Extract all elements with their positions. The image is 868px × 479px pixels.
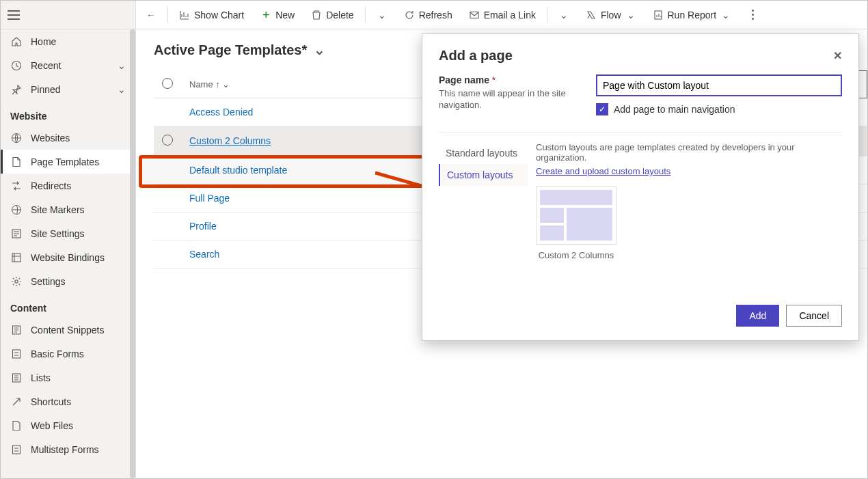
circle-icon <box>162 135 173 146</box>
add-nav-checkbox[interactable]: ✓ <box>596 103 608 115</box>
flow-button[interactable]: Flow ⌄ <box>579 1 643 29</box>
flyout-title-row: Add a page ✕ <box>439 48 842 64</box>
more-vertical-icon <box>752 10 755 20</box>
delete-split[interactable]: ⌄ <box>370 1 394 29</box>
home-icon <box>10 36 23 47</box>
chevron-down-icon: ⌄ <box>118 84 126 95</box>
mail-icon <box>469 10 480 20</box>
sidebar-item-website-bindings[interactable]: Website Bindings <box>1 245 135 269</box>
run-report-button[interactable]: Run Report ⌄ <box>646 1 739 29</box>
select-all[interactable] <box>154 71 181 98</box>
svg-rect-7 <box>13 350 21 358</box>
tab-standard-layouts[interactable]: Standard layouts <box>439 142 528 164</box>
chevron-down-icon: ⌄ <box>314 42 325 58</box>
sidebar-item-site-settings[interactable]: Site Settings <box>1 221 135 245</box>
sidebar-scroll: Home Recent ⌄ Pinned ⌄ Website Websites … <box>1 29 135 478</box>
col-label: Name <box>189 79 213 90</box>
sidebar-item-page-templates[interactable]: Page Templates <box>1 150 135 174</box>
new-button[interactable]: + New <box>254 1 301 29</box>
svg-rect-11 <box>655 11 662 19</box>
circle-icon <box>162 78 173 89</box>
cmd-label: Delete <box>326 10 353 20</box>
sidebar-label: Website Bindings <box>31 252 105 263</box>
sidebar-item-redirects[interactable]: Redirects <box>1 174 135 197</box>
flyout-title: Add a page <box>439 48 513 64</box>
layout-caption: Custom 2 Columns <box>536 250 616 261</box>
sidebar-label: Web Files <box>31 420 73 431</box>
chevron-down-icon: ⌄ <box>118 60 126 71</box>
pin-icon <box>10 84 23 95</box>
back-button[interactable]: ← <box>139 1 163 29</box>
sidebar-item-basic-forms[interactable]: Basic Forms <box>1 342 135 366</box>
sidebar-item-web-files[interactable]: Web Files <box>1 413 135 437</box>
globe-icon <box>10 133 23 143</box>
page-name-input[interactable] <box>596 74 842 96</box>
sidebar-label: Shortcuts <box>31 396 71 407</box>
more-commands[interactable] <box>745 1 761 29</box>
cmd-label: Refresh <box>419 10 452 20</box>
sidebar-label: Content Snippets <box>31 325 104 336</box>
sidebar-item-site-markers[interactable]: Site Markers <box>1 197 135 221</box>
sidebar-label: Page Templates <box>31 156 99 167</box>
sidebar-heading-website: Website <box>1 101 135 126</box>
flow-icon <box>586 10 597 20</box>
sidebar-item-content-snippets[interactable]: Content Snippets <box>1 318 135 342</box>
add-button[interactable]: Add <box>736 305 779 327</box>
record-link[interactable]: Access Denied <box>189 107 253 118</box>
page-icon <box>10 156 23 167</box>
show-chart-button[interactable]: Show Chart <box>172 1 251 29</box>
sidebar-heading-content: Content <box>1 293 135 318</box>
svg-rect-9 <box>13 446 21 454</box>
sidebar-item-shortcuts[interactable]: Shortcuts <box>1 389 135 413</box>
page-name-help: This name will appear in the site naviga… <box>439 88 582 111</box>
layout-tabs: Standard layouts Custom layouts <box>439 142 528 261</box>
sidebar-item-recent[interactable]: Recent ⌄ <box>1 53 135 77</box>
chevron-down-icon: ⌄ <box>222 79 230 90</box>
sidebar-label: Site Settings <box>31 228 85 239</box>
chevron-down-icon: ⌄ <box>558 10 569 20</box>
cancel-button[interactable]: Cancel <box>786 305 842 327</box>
refresh-button[interactable]: Refresh <box>397 1 459 29</box>
page-name-label: Page name <box>439 74 489 85</box>
sidebar-item-pinned[interactable]: Pinned ⌄ <box>1 77 135 101</box>
chevron-down-icon: ⌄ <box>625 10 636 20</box>
sidebar-item-lists[interactable]: Lists <box>1 366 135 389</box>
separator <box>439 132 842 133</box>
sidebar-label: Recent <box>31 60 61 71</box>
sidebar-item-multistep-forms[interactable]: Multistep Forms <box>1 437 135 461</box>
separator <box>547 7 547 23</box>
sidebar-label: Site Markers <box>31 204 85 215</box>
separator <box>365 7 366 23</box>
view-title-text: Active Page Templates* <box>154 42 307 58</box>
delete-button[interactable]: Delete <box>304 1 360 29</box>
separator <box>167 7 168 23</box>
sidebar-item-home[interactable]: Home <box>1 29 135 53</box>
file-icon <box>10 420 23 431</box>
record-link[interactable]: Full Page <box>189 193 230 204</box>
record-link[interactable]: Profile <box>189 221 217 232</box>
tab-custom-layouts[interactable]: Custom layouts <box>439 164 528 186</box>
trash-icon <box>311 10 322 20</box>
email-split[interactable]: ⌄ <box>552 1 576 29</box>
record-link[interactable]: Search <box>189 249 219 260</box>
add-nav-label: Add page to main navigation <box>614 104 735 115</box>
close-button[interactable]: ✕ <box>833 49 842 62</box>
required-indicator: * <box>492 74 496 85</box>
layout-card-custom-2-columns[interactable]: Custom 2 Columns <box>536 186 616 261</box>
svg-rect-4 <box>12 254 21 262</box>
hamburger-icon[interactable] <box>8 10 20 20</box>
sidebar-item-settings[interactable]: Settings <box>1 269 135 293</box>
email-link-button[interactable]: Email a Link <box>462 1 543 29</box>
sidebar-label: Pinned <box>31 84 61 95</box>
clock-icon <box>10 60 23 71</box>
form-icon <box>10 348 23 359</box>
gear-icon <box>10 276 23 287</box>
sidebar-label: Multistep Forms <box>31 444 99 455</box>
chart-icon <box>179 10 190 20</box>
chevron-down-icon: ⌄ <box>720 10 731 20</box>
flyout-footer: Add Cancel <box>439 305 842 327</box>
custom-layouts-desc: Custom layouts are page templates create… <box>536 142 842 163</box>
sidebar-item-websites[interactable]: Websites <box>1 126 135 150</box>
create-upload-link[interactable]: Create and upload custom layouts <box>536 166 670 176</box>
record-link[interactable]: Default studio template <box>189 165 287 176</box>
